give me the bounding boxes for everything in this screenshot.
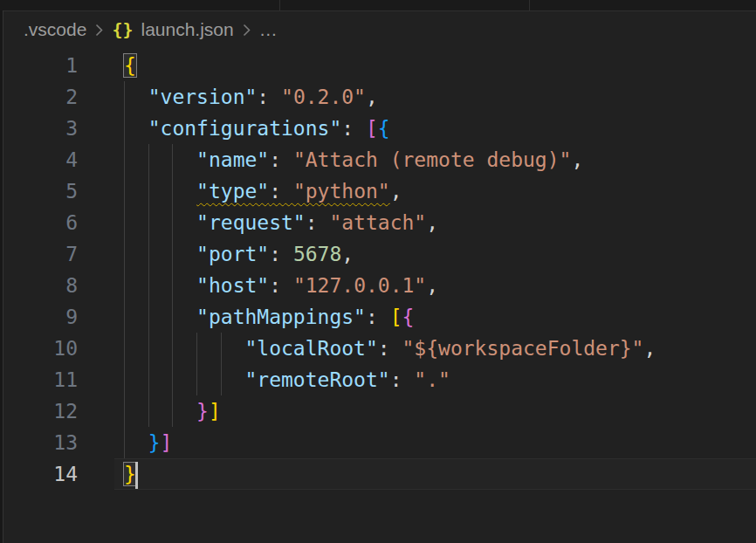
code-token: , (341, 243, 354, 265)
code-token: "configurations" (148, 117, 342, 140)
code-line-7[interactable]: "port": 5678, (124, 238, 756, 270)
line-number-9[interactable]: 9 (3, 301, 78, 333)
tab-divider (279, 0, 280, 10)
code-token: "host" (196, 274, 269, 297)
code-token: : (269, 180, 293, 203)
code-token: { (402, 306, 415, 328)
code-area[interactable]: { "version": "0.2.0", "configurations": … (124, 50, 756, 490)
code-line-5[interactable]: "type": "python", (124, 175, 756, 207)
code-token: "localRoot" (244, 337, 377, 360)
chevron-right-icon (94, 23, 104, 38)
code-token: , (426, 274, 438, 297)
code-line-4[interactable]: "name": "Attach (remote debug)", (124, 144, 756, 175)
line-number-8[interactable]: 8 (3, 270, 78, 301)
line-number-7[interactable]: 7 (3, 238, 78, 270)
chevron-right-icon (242, 23, 251, 38)
code-line-6[interactable]: "request": "attach", (124, 207, 756, 238)
code-token: "type" (196, 180, 269, 203)
code-token: : (341, 117, 366, 140)
code-token: "name" (196, 148, 269, 171)
code-line-11[interactable]: "remoteRoot": "." (124, 364, 756, 395)
tab-divider (529, 0, 530, 10)
code-token: , (366, 86, 378, 108)
code-token: [ (390, 306, 402, 328)
code-line-12[interactable]: }] (124, 395, 756, 427)
line-number-6[interactable]: 6 (3, 207, 78, 238)
code-line-1[interactable]: { (124, 50, 756, 81)
code-token: "${workspaceFolder}" (402, 337, 644, 360)
code-token: "pathMappings" (196, 306, 366, 328)
line-number-1[interactable]: 1 (3, 50, 78, 81)
line-number-13[interactable]: 13 (3, 427, 78, 458)
line-number-14[interactable]: 14 (3, 458, 78, 490)
gutter: 1234567891011121314 (3, 50, 78, 490)
breadcrumb-file[interactable]: launch.json (141, 19, 233, 40)
code-token: : (366, 306, 390, 328)
code-token: { (378, 117, 390, 140)
code-token: ] (209, 400, 221, 423)
line-number-12[interactable]: 12 (3, 395, 78, 427)
code-line-8[interactable]: "host": "127.0.0.1", (124, 270, 756, 301)
code-token: } (148, 431, 161, 454)
line-number-2[interactable]: 2 (3, 81, 78, 113)
line-number-3[interactable]: 3 (3, 113, 78, 144)
code-token: "." (414, 368, 450, 391)
code-token: "python" (293, 180, 390, 203)
code-token: "remoteRoot" (244, 368, 389, 391)
code-token: : (378, 337, 402, 360)
code-token: : (390, 368, 415, 391)
code-token: : (257, 86, 281, 108)
code-token: : (269, 274, 293, 297)
bracket-match: } (124, 463, 136, 485)
code-token: : (269, 243, 293, 265)
bracket-match: { (124, 54, 136, 77)
code-token: : (306, 211, 330, 234)
code-token: "attach" (329, 211, 426, 234)
code-line-14[interactable]: } (124, 458, 756, 490)
code-line-13[interactable]: }] (124, 427, 756, 458)
code-token: "0.2.0" (281, 86, 366, 108)
line-number-5[interactable]: 5 (3, 175, 78, 207)
text-cursor (135, 462, 138, 489)
breadcrumb-symbol-ellipsis[interactable]: … (259, 19, 278, 40)
tab-bar[interactable] (0, 0, 756, 11)
code-token: "Attach (remote debug)" (293, 148, 572, 171)
code-token: ] (161, 431, 173, 454)
code-token: , (390, 180, 402, 203)
code-token: "127.0.0.1" (293, 274, 426, 297)
code-token: , (643, 337, 656, 360)
line-number-11[interactable]: 11 (3, 364, 78, 395)
breadcrumb-folder[interactable]: .vscode (24, 19, 86, 40)
code-token: "request" (196, 211, 306, 234)
code-token: , (571, 148, 583, 171)
code-line-10[interactable]: "localRoot": "${workspaceFolder}", (124, 333, 756, 364)
line-number-10[interactable]: 10 (3, 333, 78, 364)
code-token: : (269, 148, 293, 171)
json-braces-icon: {} (112, 19, 133, 40)
code-line-2[interactable]: "version": "0.2.0", (124, 81, 756, 113)
code-token: "port" (196, 243, 269, 265)
code-token: , (426, 211, 438, 234)
code-token: [ (366, 117, 378, 140)
code-token: } (196, 400, 209, 423)
breadcrumb: .vscode {} launch.json … (24, 12, 278, 47)
line-number-4[interactable]: 4 (3, 144, 78, 175)
code-token: "version" (148, 86, 258, 108)
code-token: 5678 (293, 243, 341, 265)
code-line-9[interactable]: "pathMappings": [{ (124, 301, 756, 333)
code-line-3[interactable]: "configurations": [{ (124, 113, 756, 144)
